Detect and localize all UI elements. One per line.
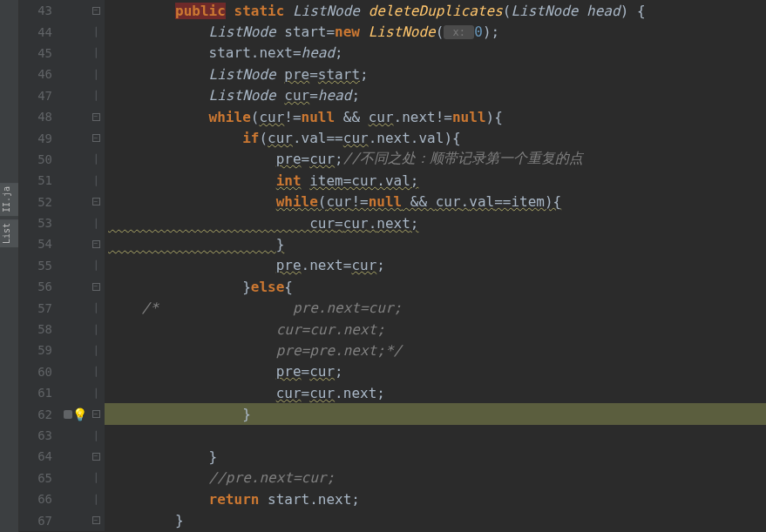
line-number[interactable]: 58	[19, 319, 63, 340]
code-line[interactable]: 61│ cur=cur.next;	[19, 382, 766, 403]
fold-indicator[interactable]: │	[87, 170, 105, 191]
line-number[interactable]: 66	[19, 488, 63, 509]
fold-indicator[interactable]: −	[87, 127, 105, 148]
fold-indicator[interactable]: −	[87, 403, 105, 424]
code-content[interactable]: }	[105, 446, 766, 467]
code-content[interactable]: /* pre.next=cur;	[105, 297, 766, 318]
line-number[interactable]: 51	[19, 170, 63, 191]
line-number[interactable]: 65	[19, 468, 63, 488]
fold-indicator[interactable]: │	[87, 21, 105, 42]
code-content[interactable]: while(cur!=null && cur.next!=null){	[105, 106, 766, 127]
line-number[interactable]: 52	[19, 192, 63, 212]
line-number[interactable]: 57	[19, 297, 63, 318]
code-content[interactable]: while(cur!=null && cur.val==item){	[105, 192, 766, 212]
line-number[interactable]: 49	[19, 127, 63, 148]
code-line[interactable]: 49− if(cur.val==cur.next.val){	[19, 127, 766, 148]
code-line[interactable]: 51│ int item=cur.val;	[19, 170, 766, 191]
code-content[interactable]: }else{	[105, 276, 766, 297]
code-content[interactable]: cur=cur.next;	[105, 382, 766, 403]
code-content[interactable]: cur=cur.next;	[105, 319, 766, 340]
line-number[interactable]: 63	[19, 425, 63, 446]
line-number[interactable]: 59	[19, 340, 63, 360]
line-number[interactable]: 54	[19, 233, 63, 254]
line-number[interactable]: 64	[19, 446, 63, 467]
fold-indicator[interactable]: │	[87, 319, 105, 340]
code-line[interactable]: 58│ cur=cur.next;	[19, 319, 766, 340]
fold-indicator[interactable]: │	[87, 212, 105, 233]
fold-indicator[interactable]: │	[87, 488, 105, 509]
code-line[interactable]: 56− }else{	[19, 276, 766, 297]
fold-indicator[interactable]: │	[87, 340, 105, 360]
fold-indicator[interactable]: │	[87, 85, 105, 106]
line-number[interactable]: 61	[19, 382, 63, 403]
fold-indicator[interactable]: │	[87, 297, 105, 318]
code-line[interactable]: 66│ return start.next;	[19, 488, 766, 509]
code-content[interactable]: }	[105, 233, 766, 254]
code-line[interactable]: 44│ ListNode start=new ListNode( x: 0);	[19, 21, 766, 42]
fold-indicator[interactable]: │	[87, 361, 105, 382]
fold-indicator[interactable]: −	[87, 192, 105, 212]
code-line[interactable]: 62💡− }	[19, 403, 766, 424]
code-line[interactable]: 67− }	[19, 509, 766, 530]
code-content[interactable]: pre.next=cur;	[105, 255, 766, 276]
code-content[interactable]: ListNode start=new ListNode( x: 0);	[105, 21, 766, 42]
line-number[interactable]: 53	[19, 212, 63, 233]
code-line[interactable]: 59│ pre=pre.next;*/	[19, 340, 766, 360]
fold-indicator[interactable]: │	[87, 43, 105, 64]
line-number[interactable]: 43	[19, 0, 63, 21]
code-content[interactable]: start.next=head;	[105, 43, 766, 64]
code-line[interactable]: 64− }	[19, 446, 766, 467]
line-number[interactable]: 44	[19, 21, 63, 42]
code-content[interactable]: }	[105, 509, 766, 530]
tab-file2[interactable]: List	[0, 219, 18, 247]
code-line[interactable]: 63│	[19, 425, 766, 446]
code-line[interactable]: 43− public static ListNode deleteDuplica…	[19, 0, 766, 21]
code-line[interactable]: 52− while(cur!=null && cur.val==item){	[19, 192, 766, 212]
line-number[interactable]: 60	[19, 361, 63, 382]
code-editor[interactable]: 43− public static ListNode deleteDuplica…	[19, 0, 766, 532]
fold-indicator[interactable]: │	[87, 468, 105, 488]
lightbulb-icon[interactable]: 💡	[72, 407, 87, 421]
code-line[interactable]: 57│ /* pre.next=cur;	[19, 297, 766, 318]
fold-indicator[interactable]: −	[87, 0, 105, 21]
code-content[interactable]: ListNode pre=start;	[105, 64, 766, 84]
fold-indicator[interactable]: │	[87, 255, 105, 276]
line-number[interactable]: 56	[19, 276, 63, 297]
line-number[interactable]: 62	[19, 403, 63, 424]
fold-indicator[interactable]: −	[87, 446, 105, 467]
line-number[interactable]: 50	[19, 149, 63, 170]
code-line[interactable]: 60│ pre=cur;	[19, 361, 766, 382]
code-content[interactable]: }	[105, 403, 766, 424]
code-content[interactable]: int item=cur.val;	[105, 170, 766, 191]
code-content[interactable]: return start.next;	[105, 488, 766, 509]
code-content[interactable]: pre=cur;	[105, 361, 766, 382]
code-content[interactable]: pre=cur;//不同之处：顺带记录第一个重复的点	[105, 149, 766, 170]
code-line[interactable]: 50│ pre=cur;//不同之处：顺带记录第一个重复的点	[19, 149, 766, 170]
fold-indicator[interactable]: │	[87, 149, 105, 170]
code-content[interactable]: //pre.next=cur;	[105, 468, 766, 488]
breakpoint-icon[interactable]	[64, 410, 72, 419]
line-number[interactable]: 67	[19, 509, 63, 530]
line-number[interactable]: 45	[19, 43, 63, 64]
fold-indicator[interactable]: −	[87, 106, 105, 127]
fold-indicator[interactable]: │	[87, 64, 105, 84]
line-number[interactable]: 55	[19, 255, 63, 276]
code-line[interactable]: 54− }	[19, 233, 766, 254]
tab-file1[interactable]: II.ja	[0, 183, 18, 216]
fold-indicator[interactable]: −	[87, 233, 105, 254]
code-line[interactable]: 53│ cur=cur.next;	[19, 212, 766, 233]
fold-indicator[interactable]: │	[87, 425, 105, 446]
code-content[interactable]: ListNode cur=head;	[105, 85, 766, 106]
code-line[interactable]: 65│ //pre.next=cur;	[19, 468, 766, 488]
code-content[interactable]: if(cur.val==cur.next.val){	[105, 127, 766, 148]
code-content[interactable]: public static ListNode deleteDuplicates(…	[105, 0, 766, 21]
code-line[interactable]: 46│ ListNode pre=start;	[19, 64, 766, 84]
code-line[interactable]: 48− while(cur!=null && cur.next!=null){	[19, 106, 766, 127]
fold-indicator[interactable]: −	[87, 276, 105, 297]
code-line[interactable]: 55│ pre.next=cur;	[19, 255, 766, 276]
code-content[interactable]	[105, 425, 766, 446]
line-number[interactable]: 47	[19, 85, 63, 106]
code-content[interactable]: pre=pre.next;*/	[105, 340, 766, 360]
code-line[interactable]: 45│ start.next=head;	[19, 43, 766, 64]
line-number[interactable]: 46	[19, 64, 63, 84]
